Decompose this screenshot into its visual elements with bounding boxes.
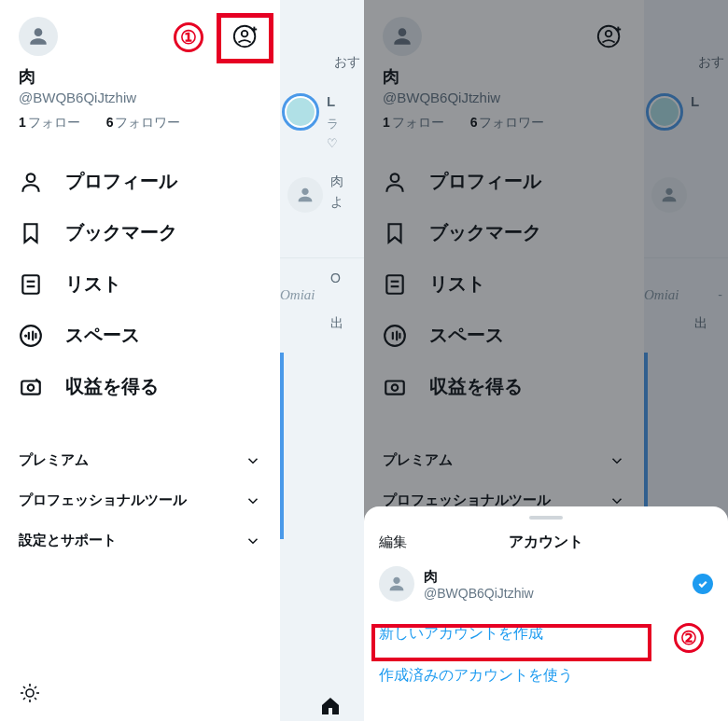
avatar[interactable] [19, 17, 58, 56]
expand-settings[interactable]: 設定とサポート [19, 520, 261, 561]
account-name: 肉 [424, 568, 693, 586]
menu-monetization: 収益を得る [383, 361, 625, 412]
menu-label: プロフィール [65, 169, 177, 194]
list-icon [19, 272, 43, 297]
svg-line-22 [23, 698, 25, 700]
person-icon [19, 170, 43, 194]
chevron-down-icon [245, 533, 261, 549]
menu-label: スペース [65, 323, 140, 348]
menu-lists[interactable]: リスト [19, 258, 261, 310]
menu-label: 収益を得る [65, 374, 159, 399]
money-icon [19, 375, 43, 399]
svg-line-23 [35, 686, 36, 688]
avatar [379, 566, 414, 602]
bookmark-icon [19, 221, 43, 245]
menu-bookmarks: ブックマーク [383, 207, 625, 258]
theme-toggle-icon[interactable] [19, 682, 41, 704]
follow-stats[interactable]: 1フォロー 6フォロワー [19, 115, 261, 132]
svg-line-20 [23, 686, 25, 688]
svg-point-32 [385, 326, 405, 346]
add-account-icon [595, 21, 625, 51]
svg-point-8 [21, 326, 41, 346]
spaces-icon [19, 324, 43, 348]
home-icon[interactable] [319, 695, 342, 717]
handle: @BWQB6QiJtzhiw [19, 90, 261, 105]
left-screenshot: 肉 @BWQB6QiJtzhiw 1フォロー 6フォロワー プロフィール ブック… [0, 0, 364, 721]
edit-button[interactable]: 編集 [379, 534, 407, 551]
svg-rect-29 [386, 275, 402, 294]
svg-point-14 [28, 384, 35, 391]
menu-label: ブックマーク [65, 220, 177, 245]
svg-point-37 [392, 384, 399, 391]
svg-rect-13 [21, 381, 40, 394]
menu-profile: プロフィール [383, 156, 625, 207]
svg-rect-5 [22, 275, 38, 294]
menu-monetization[interactable]: 収益を得る [19, 361, 261, 412]
annotation-highlight-2 [371, 624, 651, 661]
nav-drawer: 肉 @BWQB6QiJtzhiw 1フォロー 6フォロワー プロフィール ブック… [0, 0, 280, 721]
sheet-title: アカウント [509, 533, 583, 552]
timeline-background: おす L ラ ♡ 肉 よ O Omiai 出 [280, 0, 364, 721]
annotation-highlight-1 [217, 13, 273, 63]
story-avatar [282, 93, 319, 131]
account-switcher-sheet: 編集 アカウント 肉 @BWQB6QiJtzhiw 新しいアカウントを作成 作成… [364, 506, 728, 721]
ad-label: Omiai [280, 287, 315, 303]
scroll-indicator [280, 353, 284, 539]
drag-handle[interactable] [529, 516, 563, 520]
bg-text: ♡ [327, 136, 338, 150]
menu-label: リスト [65, 271, 121, 297]
tab-recommended: おす [334, 54, 360, 71]
menu-profile[interactable]: プロフィール [19, 156, 261, 207]
svg-point-25 [606, 31, 612, 37]
svg-rect-36 [385, 381, 404, 394]
annotation-step-1: ① [174, 22, 203, 52]
chevron-down-icon [245, 492, 261, 509]
menu-spaces: スペース [383, 310, 625, 361]
expand-professional[interactable]: プロフェッショナルツール [19, 480, 261, 520]
account-handle: @BWQB6QiJtzhiw [424, 586, 693, 601]
checkmark-icon [693, 574, 713, 594]
right-screenshot: 肉 @BWQB6QiJtzhiw 1フォロー 6フォロワー プロフィール ブック… [364, 0, 728, 721]
svg-line-21 [35, 698, 36, 700]
chevron-down-icon [245, 452, 261, 469]
menu-lists: リスト [383, 258, 625, 310]
svg-point-4 [27, 173, 35, 182]
menu-spaces[interactable]: スペース [19, 310, 261, 361]
svg-point-28 [391, 173, 399, 182]
menu-bookmarks[interactable]: ブックマーク [19, 207, 261, 258]
bg-avatar [287, 177, 323, 213]
account-row[interactable]: 肉 @BWQB6QiJtzhiw [379, 555, 713, 613]
svg-point-15 [26, 689, 34, 697]
display-name: 肉 [19, 65, 261, 88]
expand-premium[interactable]: プレミアム [19, 440, 261, 480]
annotation-step-2: ② [674, 623, 704, 653]
avatar [383, 17, 422, 56]
